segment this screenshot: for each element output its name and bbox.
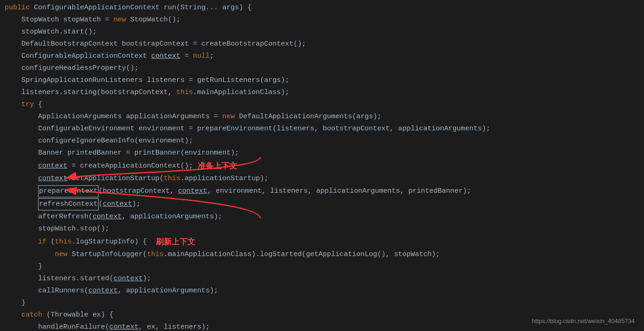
code-text: ConfigurableApplicationContext <box>34 2 164 14</box>
keyword: this <box>147 249 164 260</box>
annotation2: 刷新上下文 <box>147 236 195 248</box>
underlined-identifier: context <box>88 285 118 297</box>
underlined-identifier: context <box>38 173 67 184</box>
code-text: Banner printedBanner = printBanner(envir… <box>38 148 239 159</box>
code-text: configureIgnoreBeanInfo(environment); <box>38 135 193 147</box>
code-container: public ConfigurableApplicationContext ru… <box>0 0 644 331</box>
annotation1: 准备上下文 <box>193 160 237 172</box>
code-line: } <box>0 297 644 309</box>
code-text: , applicationArguments); <box>122 211 222 223</box>
code-line: listeners.started(context); <box>0 273 644 285</box>
underlined-identifier: context <box>113 273 143 284</box>
keyword: this <box>55 236 72 248</box>
code-text: StopWatch(); <box>130 14 180 26</box>
code-line: stopWatch.start(); <box>0 26 644 38</box>
code-text: } <box>21 297 26 309</box>
code-text: stopWatch.stop(); <box>38 223 109 235</box>
code-line: public ConfigurableApplicationContext ru… <box>0 2 644 14</box>
keyword: this <box>164 173 180 184</box>
keyword: catch <box>21 310 42 321</box>
code-text: configureHeadlessProperty(); <box>21 63 139 74</box>
code-text: { <box>34 99 42 110</box>
code-text: StartupInfoLogger( <box>72 249 147 260</box>
watermark: https://blog.csdn.net/weixin_40485734 <box>532 317 635 326</box>
code-line: configureHeadlessProperty(); <box>0 62 644 74</box>
underlined-identifier: context <box>178 186 207 197</box>
keyword: try <box>21 99 34 110</box>
keyword: this <box>176 87 193 98</box>
code-text: , applicationArguments); <box>118 285 218 297</box>
code-text: ConfigurableEnvironment environment = pr… <box>38 123 490 135</box>
keyword: new <box>113 14 130 26</box>
code-text: stopWatch.start(); <box>21 27 97 38</box>
code-text: SpringApplicationRunListeners listeners … <box>21 75 289 86</box>
code-text: = <box>180 51 193 62</box>
code-text: (bootstrapContext, <box>99 186 178 197</box>
code-text: .applicationStartup); <box>180 173 268 184</box>
keyword: public <box>5 2 34 14</box>
code-text: ApplicationArguments applicationArgument… <box>38 111 222 122</box>
keyword: null <box>193 51 210 62</box>
code-text: handleRunFailure( <box>38 322 109 331</box>
code-line: refreshContext(context); <box>0 198 644 211</box>
code-text: ); <box>143 273 151 284</box>
code-line: callRunners(context, applicationArgument… <box>0 285 644 297</box>
code-text: listeners.starting(bootstrapContext, <box>21 87 176 98</box>
boxed-method: prepareContext <box>38 185 99 197</box>
code-text: .setApplicationStartup( <box>67 173 164 184</box>
underlined-identifier: context <box>103 199 132 210</box>
boxed-method: refreshContext <box>38 198 99 210</box>
code-line: try { <box>0 99 644 111</box>
code-line: SpringApplicationRunListeners listeners … <box>0 74 644 87</box>
underlined-identifier: context <box>93 211 122 223</box>
keyword: new <box>55 249 72 260</box>
keyword: if <box>38 236 46 248</box>
code-line: stopWatch.stop(); <box>0 223 644 235</box>
code-text: DefaultApplicationArguments(args); <box>239 111 381 122</box>
code-text: run <box>164 2 176 14</box>
code-text: DefaultBootstrapContext bootstrapContext… <box>21 39 306 50</box>
code-line: StopWatch stopWatch = new StopWatch(); <box>0 14 644 26</box>
code-line: ConfigurableEnvironment environment = pr… <box>0 123 644 135</box>
code-line: listeners.starting(bootstrapContext, thi… <box>0 87 644 99</box>
code-text: } <box>38 261 42 272</box>
code-text: ( <box>99 199 103 210</box>
code-text: .logStartupInfo) { <box>72 236 147 248</box>
code-line: context.setApplicationStartup(this.appli… <box>0 173 644 185</box>
code-line: prepareContext(bootstrapContext, context… <box>0 185 644 198</box>
code-line: if (this.logStartupInfo) { 刷新上下文 <box>0 235 644 249</box>
code-line: afterRefresh(context, applicationArgumen… <box>0 211 644 223</box>
keyword: new <box>222 111 239 122</box>
code-text: listeners.started( <box>38 273 113 284</box>
code-text: ; <box>210 51 214 62</box>
code-line: ConfigurableApplicationContext context =… <box>0 50 644 62</box>
underlined-identifier: context <box>38 161 67 172</box>
code-text: afterRefresh( <box>38 211 93 223</box>
code-text: StopWatch stopWatch = <box>21 14 113 26</box>
code-text: .mainApplicationClass); <box>193 87 289 98</box>
code-text: = createApplicationContext(); <box>67 161 193 172</box>
code-text: callRunners( <box>38 285 88 297</box>
code-text: , ex, listeners); <box>139 322 210 331</box>
code-text: ( <box>46 236 55 248</box>
code-text: (String... args) { <box>176 2 252 14</box>
code-line: Banner printedBanner = printBanner(envir… <box>0 147 644 159</box>
code-line: ApplicationArguments applicationArgument… <box>0 111 644 123</box>
code-line: configureIgnoreBeanInfo(environment); <box>0 135 644 147</box>
code-text: ); <box>132 199 140 210</box>
code-text: (Throwable ex) { <box>42 310 113 321</box>
underlined-identifier: context <box>109 322 139 331</box>
code-text: ConfigurableApplicationContext <box>21 51 151 62</box>
code-line: new StartupInfoLogger(this.mainApplicati… <box>0 249 644 261</box>
code-text: , environment, listeners, applicationArg… <box>207 186 471 197</box>
code-lines: public ConfigurableApplicationContext ru… <box>0 2 644 331</box>
underlined-identifier: context <box>151 51 180 62</box>
code-line: context = createApplicationContext(); 准备… <box>0 159 644 173</box>
code-line: } <box>0 261 644 273</box>
code-text: .mainApplicationClass).logStarted(getApp… <box>164 249 440 260</box>
code-line: DefaultBootstrapContext bootstrapContext… <box>0 38 644 50</box>
